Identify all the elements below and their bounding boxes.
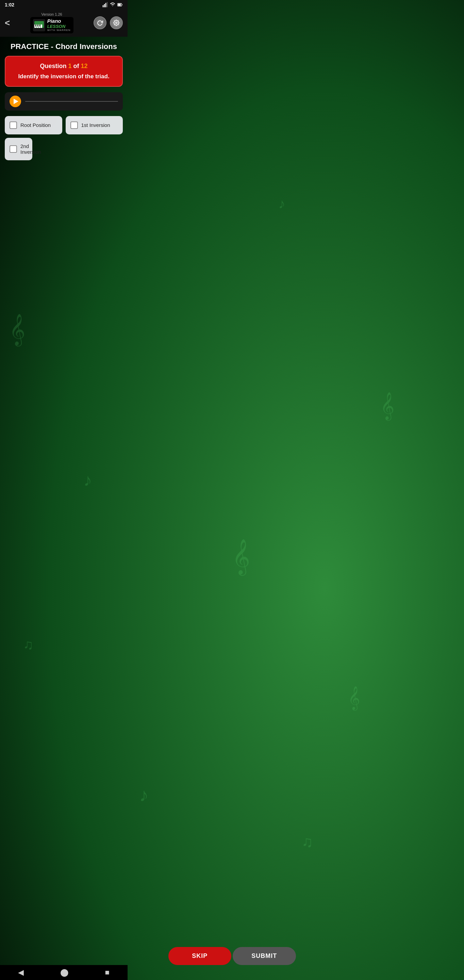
audio-player xyxy=(5,92,123,111)
option-root-position[interactable]: Root Position xyxy=(5,116,62,134)
svg-rect-2 xyxy=(105,3,106,8)
svg-rect-3 xyxy=(107,2,108,7)
option-1st-inversion[interactable]: 1st Inversion xyxy=(66,116,123,134)
battery-icon xyxy=(118,2,123,8)
question-line2: Identify the inversion of the triad. xyxy=(11,73,117,80)
logo-text: Piano LESSON WITH WARREN xyxy=(47,18,71,32)
question-total: 12 xyxy=(81,63,88,69)
status-time: 1:02 xyxy=(5,2,14,8)
option-label-root-position: Root Position xyxy=(21,122,51,128)
logo-lesson-word: LESSON xyxy=(47,24,71,29)
version-label: Version 1.26 xyxy=(41,12,62,16)
page-title: PRACTICE - Chord Inversions xyxy=(5,42,123,51)
checkbox-2nd-inversion[interactable] xyxy=(10,145,17,153)
app-header: < Version 1.26 Piano LESSON WITH WARREN xyxy=(0,10,127,37)
play-button[interactable] xyxy=(10,95,21,107)
refresh-icon xyxy=(97,20,103,26)
logo-piano-word: Piano xyxy=(47,18,71,24)
signal-icon xyxy=(102,2,108,8)
checkbox-1st-inversion[interactable] xyxy=(70,121,78,129)
svg-rect-13 xyxy=(37,24,38,27)
question-prefix: Question xyxy=(40,63,68,69)
question-current: 1 xyxy=(68,63,72,69)
audio-progress-bar[interactable] xyxy=(25,101,118,102)
settings-icon xyxy=(113,20,119,26)
refresh-button[interactable] xyxy=(94,16,106,29)
back-button[interactable]: < xyxy=(5,18,10,27)
options-grid: Root Position 1st Inversion 2nd Inversio… xyxy=(5,116,123,160)
piano-logo-icon xyxy=(33,19,45,31)
main-content: PRACTICE - Chord Inversions Question 1 o… xyxy=(0,37,127,191)
wifi-icon xyxy=(110,2,115,8)
question-mid: of xyxy=(72,63,81,69)
svg-rect-0 xyxy=(103,5,104,7)
option-label-2nd-inversion: 2nd Inversion xyxy=(21,143,41,155)
settings-button[interactable] xyxy=(110,16,123,29)
checkbox-root-position[interactable] xyxy=(10,121,17,129)
question-card: Question 1 of 12 Identify the inversion … xyxy=(5,56,123,87)
svg-rect-14 xyxy=(40,24,40,27)
logo-warren-word: WITH WARREN xyxy=(47,29,71,32)
logo-box: Piano LESSON WITH WARREN xyxy=(30,17,73,33)
svg-rect-1 xyxy=(104,4,105,7)
status-icons xyxy=(102,2,123,8)
question-line1: Question 1 of 12 xyxy=(11,63,117,70)
status-bar: 1:02 xyxy=(0,0,127,10)
svg-point-15 xyxy=(116,22,118,24)
svg-rect-11 xyxy=(40,24,42,28)
svg-rect-5 xyxy=(118,4,121,5)
header-right xyxy=(94,16,123,29)
option-label-1st-inversion: 1st Inversion xyxy=(81,122,110,128)
logo-container: Version 1.26 Piano LESSON WITH WARREN xyxy=(30,12,73,33)
svg-rect-12 xyxy=(35,24,36,27)
option-2nd-inversion[interactable]: 2nd Inversion xyxy=(5,138,32,160)
